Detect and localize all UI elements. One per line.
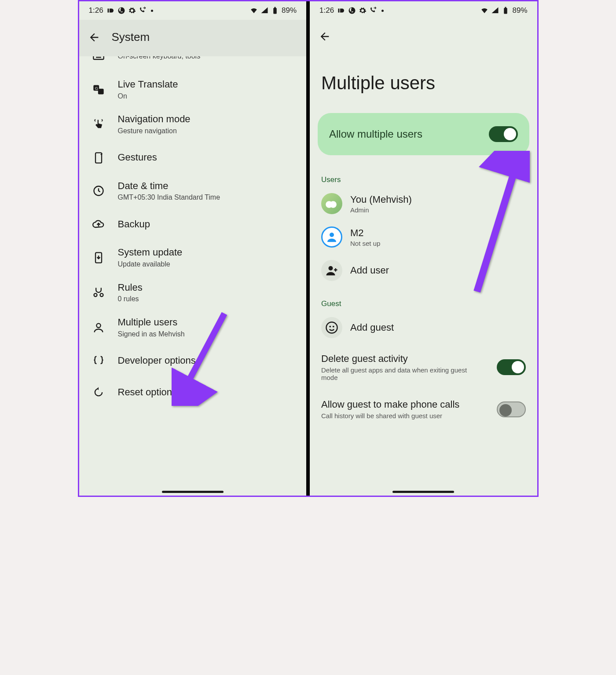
- guest-phone-calls-row[interactable]: Allow guest to make phone calls Call his…: [310, 390, 537, 428]
- phone-circle-icon: [348, 7, 356, 15]
- app-bar: System: [79, 20, 307, 56]
- status-battery-text: 89%: [282, 6, 297, 15]
- row-title: Live Translate: [118, 78, 297, 91]
- gesture-nav-bar[interactable]: [392, 491, 454, 493]
- svg-rect-18: [338, 9, 340, 13]
- user-row-m2[interactable]: M2 Not set up: [310, 220, 537, 254]
- setting-sub: Call history will be shared with guest u…: [321, 412, 475, 420]
- battery-icon: [502, 7, 510, 15]
- svg-point-16: [96, 323, 100, 327]
- section-guest-label: Guest: [310, 287, 537, 311]
- row-title: System update: [118, 246, 297, 259]
- status-time: 1:26: [89, 6, 103, 15]
- guest-calls-switch[interactable]: [497, 401, 526, 417]
- gear-icon: [128, 7, 136, 15]
- user-sub: Admin: [350, 206, 412, 214]
- battery-icon: [271, 7, 279, 15]
- svg-rect-2: [273, 8, 277, 14]
- add-guest-row[interactable]: Add guest: [310, 311, 537, 344]
- row-title: Rules: [118, 281, 297, 294]
- row-navigation-mode[interactable]: Navigation mode Gesture navigation: [79, 107, 307, 142]
- row-reset-options[interactable]: Reset options: [79, 376, 307, 408]
- svg-rect-11: [98, 88, 103, 94]
- id-icon: [337, 7, 345, 15]
- status-bar: 1:26 89%: [79, 1, 307, 20]
- person-icon: [89, 318, 108, 337]
- back-button[interactable]: [319, 30, 331, 43]
- row-rules[interactable]: Rules 0 rules: [79, 275, 307, 310]
- row-sub: Gesture navigation: [118, 127, 297, 136]
- signal-icon: [260, 7, 268, 15]
- svg-point-25: [329, 326, 331, 328]
- row-system-update[interactable]: System update Update available: [79, 240, 307, 275]
- svg-rect-0: [107, 9, 109, 13]
- guest-title: Add guest: [350, 322, 394, 333]
- add-user-row[interactable]: Add user: [310, 254, 537, 287]
- id-icon: [107, 7, 115, 15]
- page-title: System: [112, 30, 150, 44]
- setting-sub: Delete all guest apps and data when exit…: [321, 366, 475, 381]
- app-bar: [310, 20, 537, 46]
- row-sub: On-screen keyboard, tools: [118, 56, 297, 61]
- swipe-icon: [89, 115, 108, 134]
- row-sub: Signed in as Mehvish: [118, 330, 297, 339]
- row-sub: Update available: [118, 260, 297, 269]
- avatar-m2: [321, 226, 342, 248]
- svg-rect-20: [504, 8, 508, 14]
- cloud-upload-icon: [89, 215, 108, 234]
- clock-icon: [89, 181, 108, 201]
- row-title: Multiple users: [118, 316, 297, 329]
- row-title: Backup: [118, 218, 297, 231]
- row-sub: GMT+05:30 India Standard Time: [118, 193, 297, 202]
- settings-list[interactable]: On-screen keyboard, tools G Live Transla…: [79, 56, 307, 496]
- gesture-phone-icon: [89, 148, 108, 168]
- rules-icon: [89, 283, 108, 302]
- delete-guest-switch[interactable]: [497, 359, 526, 375]
- page-title: Multiple users: [310, 46, 537, 113]
- svg-point-24: [326, 322, 337, 333]
- svg-rect-3: [274, 7, 275, 8]
- guest-icon: [321, 317, 342, 338]
- row-title: Gestures: [118, 151, 297, 164]
- row-gestures[interactable]: Gestures: [79, 142, 307, 174]
- toggle-label: Allow multiple users: [329, 128, 422, 140]
- row-title: Date & time: [118, 180, 297, 193]
- delete-guest-activity-row[interactable]: Delete guest activity Delete all guest a…: [310, 344, 537, 390]
- setting-title: Allow guest to make phone calls: [321, 399, 490, 410]
- svg-rect-21: [505, 7, 506, 8]
- svg-point-19: [349, 7, 356, 14]
- status-battery-text: 89%: [512, 6, 527, 15]
- gesture-nav-bar[interactable]: [162, 491, 224, 493]
- translate-icon: G: [89, 80, 108, 99]
- user-sub: Not set up: [350, 240, 380, 247]
- back-button[interactable]: [88, 31, 100, 44]
- phone-circle-icon: [117, 7, 125, 15]
- row-developer-options[interactable]: Developer options: [79, 345, 307, 376]
- row-backup[interactable]: Backup: [79, 208, 307, 240]
- user-row-you[interactable]: You (Mehvish) Admin: [310, 187, 537, 220]
- row-sub: On: [118, 92, 297, 101]
- row-keyboard[interactable]: On-screen keyboard, tools: [79, 56, 307, 72]
- row-sub: 0 rules: [118, 295, 297, 304]
- row-title: Developer options: [118, 354, 297, 367]
- avatar-you: [321, 193, 342, 214]
- status-bar: 1:26 89%: [310, 1, 537, 20]
- row-multiple-users[interactable]: Multiple users Signed in as Mehvish: [79, 310, 307, 345]
- row-date-time[interactable]: Date & time GMT+05:30 India Standard Tim…: [79, 174, 307, 208]
- keyboard-icon: [89, 56, 108, 66]
- status-right-icons: 89%: [250, 6, 297, 15]
- allow-multiple-users-card[interactable]: Allow multiple users: [318, 113, 529, 155]
- wifi-icon: [250, 7, 258, 15]
- status-time: 1:26: [319, 6, 334, 15]
- dot-icon: [151, 10, 153, 12]
- braces-icon: [89, 351, 108, 370]
- row-live-translate[interactable]: G Live Translate On: [79, 72, 307, 107]
- call-forward-icon: [369, 7, 377, 15]
- allow-multiple-users-switch[interactable]: [489, 126, 518, 142]
- call-forward-icon: [139, 7, 147, 15]
- gear-icon: [359, 7, 367, 15]
- svg-point-1: [118, 7, 125, 14]
- phone-right-multiple-users: 1:26 89% Multiple users: [308, 1, 537, 496]
- two-phone-comparison: 1:26 89% System: [78, 0, 539, 497]
- user-title: M2: [350, 227, 380, 239]
